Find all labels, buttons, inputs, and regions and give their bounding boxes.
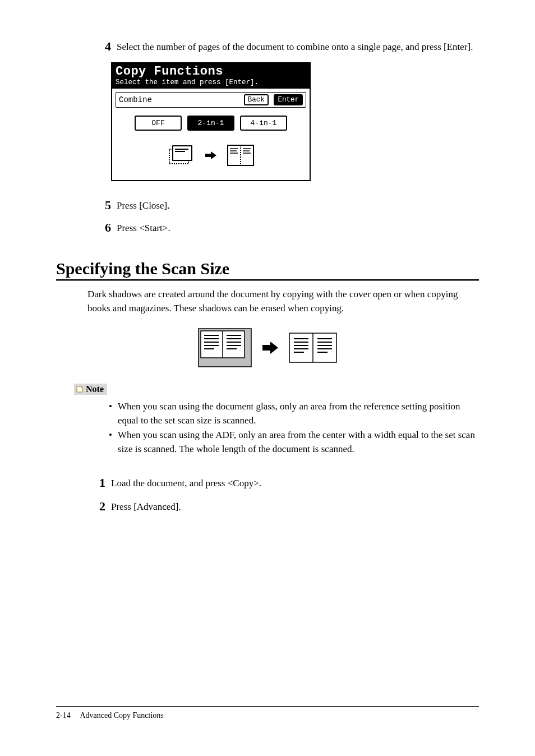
scan-size-illustration xyxy=(56,328,479,368)
note-label: Note xyxy=(86,384,104,394)
step-number-1: 1 xyxy=(90,476,105,490)
lcd-back-button[interactable]: Back xyxy=(244,94,269,105)
step-number-4: 4 xyxy=(95,39,111,54)
lcd-title: Copy Functions xyxy=(116,64,306,79)
lcd-setting-row: Combine Back Enter xyxy=(116,92,306,108)
lcd-setting-label: Combine xyxy=(119,95,152,104)
note-tag: Note xyxy=(74,384,479,395)
lcd-header: Copy Functions Select the item and press… xyxy=(112,63,310,89)
note-bullet: When you scan using the document glass, … xyxy=(109,400,479,427)
page-footer: 2-14 Advanced Copy Functions xyxy=(56,706,479,720)
lcd-option-off[interactable]: OFF xyxy=(135,116,182,131)
section-intro: Dark shadows are created around the docu… xyxy=(87,288,479,315)
lcd-panel: Copy Functions Select the item and press… xyxy=(111,62,311,181)
page-clean-icon xyxy=(288,332,338,363)
step-text-4: Select the number of pages of the docume… xyxy=(117,40,473,54)
page-number: 2-14 xyxy=(56,711,71,720)
step-number-2: 2 xyxy=(90,499,105,514)
svg-marker-2 xyxy=(205,151,216,159)
step-text-5: Press [Close]. xyxy=(117,199,169,213)
lcd-option-2in1[interactable]: 2-in-1 xyxy=(187,116,234,131)
lcd-option-4in1[interactable]: 4-in-1 xyxy=(240,116,287,131)
chapter-title: Advanced Copy Functions xyxy=(80,711,163,720)
note-bullets: When you scan using the document glass, … xyxy=(109,400,479,457)
step-text-6: Press <Start>. xyxy=(117,222,170,236)
step-number-5: 5 xyxy=(95,198,111,213)
lcd-options: OFF 2-in-1 4-in-1 xyxy=(116,116,306,131)
arrow-right-icon xyxy=(205,151,216,159)
lcd-enter-button[interactable]: Enter xyxy=(274,94,303,105)
svg-marker-23 xyxy=(262,342,278,354)
step-number-6: 6 xyxy=(95,220,111,235)
section-heading: Specifying the Scan Size xyxy=(56,259,479,281)
step-text-2: Press [Advanced]. xyxy=(111,500,181,514)
lcd-subtitle: Select the item and press [Enter]. xyxy=(116,79,306,86)
note-icon xyxy=(76,385,84,393)
page-with-shadow-icon xyxy=(197,328,252,368)
note-bullet: When you scan using the ADF, only an are… xyxy=(109,428,479,456)
combined-page-icon xyxy=(224,143,257,168)
pages-stack-icon xyxy=(165,144,197,167)
arrow-right-icon xyxy=(262,342,278,354)
lcd-illustration xyxy=(116,143,306,168)
step-text-1: Load the document, and press <Copy>. xyxy=(111,477,261,491)
